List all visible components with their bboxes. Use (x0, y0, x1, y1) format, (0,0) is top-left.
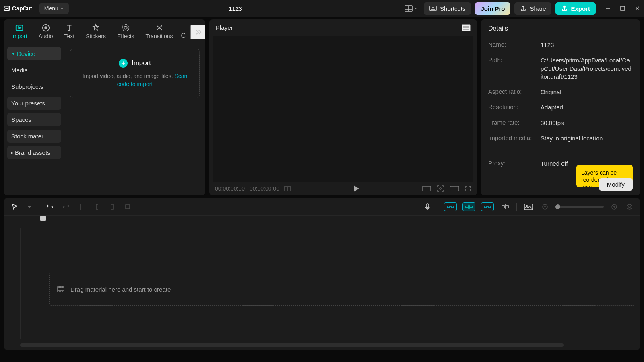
svg-rect-38 (484, 206, 487, 208)
cursor-icon (11, 203, 19, 210)
layout-icon (405, 5, 413, 12)
tab-effects[interactable]: Effects (114, 22, 138, 43)
tabs-more-button[interactable] (190, 25, 205, 39)
svg-rect-43 (524, 204, 533, 210)
close-button[interactable] (634, 5, 641, 12)
undo-icon (46, 203, 54, 210)
sidebar-item-subprojects[interactable]: Subprojects (7, 80, 61, 93)
svg-rect-32 (451, 206, 454, 208)
sidebar-item-brand-assets[interactable]: ▸Brand assets (7, 146, 61, 159)
timeline-scrollbar[interactable] (20, 343, 624, 348)
preview-quality-icon[interactable] (450, 186, 459, 191)
play-button[interactable] (353, 185, 359, 192)
media-tabs: Import Audio Text Stickers Effects Trans… (4, 19, 205, 43)
zoom-slider[interactable] (555, 206, 604, 208)
detail-name-label: Name: (488, 41, 541, 49)
player-options-button[interactable] (462, 24, 471, 31)
redo-button[interactable] (61, 202, 71, 212)
project-title: 1123 (69, 5, 402, 12)
zoom-fit-button[interactable] (625, 202, 634, 212)
svg-rect-11 (621, 6, 625, 10)
focus-icon[interactable] (437, 185, 444, 192)
undo-button[interactable] (45, 202, 55, 212)
player-title: Player (216, 24, 233, 31)
zoom-in-button[interactable] (609, 202, 619, 212)
sidebar-item-stock-materials[interactable]: Stock mater... (7, 130, 61, 143)
minimize-button[interactable] (605, 5, 612, 12)
playhead[interactable] (43, 216, 43, 339)
svg-marker-23 (354, 185, 359, 192)
dropzone-hint: Drag material here and start to create (70, 286, 171, 293)
sidebar-item-spaces[interactable]: Spaces (7, 113, 61, 126)
zoom-in-icon (611, 204, 617, 210)
app-name: CapCut (12, 5, 32, 12)
media-body: ▼Device Media Subprojects Your presets S… (4, 43, 205, 195)
menu-lines-icon (462, 25, 470, 31)
svg-rect-24 (423, 186, 431, 191)
export-button[interactable]: Export (555, 2, 596, 15)
share-button[interactable]: Share (514, 2, 551, 15)
selection-tool[interactable] (10, 202, 20, 212)
delete-right-button[interactable] (107, 202, 117, 212)
detail-aspect-label: Aspect ratio: (488, 88, 541, 96)
tab-import[interactable]: Import (8, 22, 31, 43)
svg-rect-34 (466, 206, 468, 208)
sidebar-item-device[interactable]: ▼Device (7, 47, 61, 60)
modify-button[interactable]: Modify (599, 178, 633, 191)
shortcuts-button[interactable]: Shortcuts (424, 2, 471, 15)
zoom-out-icon (542, 204, 548, 210)
import-dropzone[interactable]: + Import Import video, audio, and image … (70, 49, 200, 98)
film-icon (57, 285, 65, 293)
sidebar-item-media[interactable]: Media (7, 64, 61, 77)
maximize-icon (620, 6, 625, 11)
toolbar-separator (39, 203, 39, 211)
svg-rect-29 (126, 205, 130, 209)
maximize-button[interactable] (619, 5, 626, 12)
menu-button[interactable]: Menu (39, 3, 69, 14)
detail-path-value: C:/Users/pitrm/AppData/Local/CapCut/User… (541, 56, 633, 81)
playhead-handle[interactable] (40, 216, 46, 221)
delete-button[interactable] (123, 202, 132, 212)
svg-rect-22 (288, 186, 290, 191)
sidebar-item-your-presets[interactable]: Your presets (7, 97, 61, 110)
zoom-slider-knob[interactable] (555, 204, 560, 209)
split-button[interactable] (77, 202, 87, 212)
timeline-scrollbar-thumb[interactable] (20, 343, 564, 347)
timeline-body[interactable]: Drag material here and start to create (4, 216, 640, 343)
svg-rect-4 (430, 6, 436, 11)
timeline-dropzone[interactable]: Drag material here and start to create (49, 273, 634, 306)
tab-stickers[interactable]: Stickers (83, 22, 109, 43)
redo-icon (62, 203, 70, 210)
record-voiceover-button[interactable] (423, 201, 432, 212)
capcut-logo-icon (3, 5, 10, 12)
cover-icon (524, 204, 533, 210)
detail-divider (488, 152, 633, 152)
detail-framerate-value: 30.00fps (541, 119, 633, 127)
linkage-button[interactable] (481, 202, 494, 211)
join-pro-button[interactable]: Join Pro (475, 2, 510, 15)
auto-snap-button[interactable] (462, 202, 475, 211)
fullscreen-icon[interactable] (465, 185, 471, 192)
tab-text[interactable]: Text (61, 22, 78, 43)
ratio-icon[interactable] (422, 186, 431, 191)
link-icon (484, 204, 491, 210)
compare-icon[interactable] (284, 186, 291, 191)
titlebar: CapCut Menu 1123 Shortcuts Join Pro Shar… (0, 0, 644, 17)
delete-left-button[interactable] (92, 202, 102, 212)
player-canvas[interactable] (213, 36, 473, 182)
details-title: Details (488, 25, 633, 32)
preview-axis-button[interactable] (500, 202, 511, 212)
import-inline-button[interactable]: + Import (119, 59, 151, 68)
cover-button[interactable] (522, 202, 535, 212)
media-panel: Import Audio Text Stickers Effects Trans… (4, 19, 205, 195)
detail-imported-label: Imported media: (488, 134, 541, 142)
main-track-magnet-button[interactable] (444, 202, 457, 211)
zoom-out-button[interactable] (540, 202, 550, 212)
tab-transitions[interactable]: Transitions (142, 22, 176, 43)
selection-dropdown[interactable] (26, 203, 33, 210)
layout-button[interactable] (402, 4, 420, 13)
detail-resolution-label: Resolution: (488, 103, 541, 111)
svg-rect-41 (502, 206, 504, 208)
tab-audio[interactable]: Audio (35, 22, 56, 43)
media-sidebar: ▼Device Media Subprojects Your presets S… (4, 43, 64, 195)
